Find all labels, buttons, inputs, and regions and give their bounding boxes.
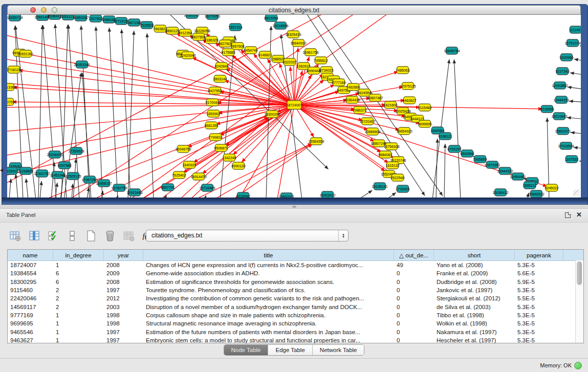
graph-node[interactable]: 10679351	[484, 161, 500, 168]
select-rows-icon[interactable]	[46, 229, 60, 243]
network-graph-svg[interactable]: 1405572420691406893641220531211106532871…	[7, 15, 581, 198]
graph-node[interactable]: 20691406	[34, 15, 50, 20]
graph-node[interactable]: 7663822	[153, 25, 167, 32]
black-edge[interactable]	[81, 26, 90, 198]
graph-node[interactable]: 19654923	[396, 127, 412, 135]
graph-node[interactable]: 26053346	[74, 61, 90, 68]
graph-node[interactable]: 2803144	[213, 75, 227, 82]
graph-node[interactable]: 12444151	[553, 96, 569, 103]
graph-node[interactable]: 9506871	[214, 144, 228, 151]
tab-network-table[interactable]: Network Table	[313, 345, 364, 355]
graph-node[interactable]: 11156869	[18, 167, 33, 174]
graph-node[interactable]: 3915913	[7, 167, 18, 174]
graph-node[interactable]: 7905859	[473, 156, 487, 163]
black-edge[interactable]	[574, 59, 581, 61]
graph-node[interactable]: 7986372	[353, 106, 366, 114]
graph-node[interactable]: 1853902	[206, 110, 220, 117]
graph-node[interactable]: 8990448	[307, 67, 320, 74]
graph-node[interactable]: 7515526	[140, 21, 154, 29]
black-edge[interactable]	[580, 46, 581, 49]
black-edge[interactable]	[386, 192, 396, 198]
black-edge[interactable]	[51, 162, 54, 198]
graph-node[interactable]: 11451941	[50, 171, 66, 179]
black-edge[interactable]	[570, 73, 581, 75]
table-row[interactable]: 911546021997Tourette syndrome. Phenomeno…	[8, 286, 583, 294]
graph-node[interactable]: 12342757	[34, 170, 50, 177]
graph-node[interactable]: 22420046	[180, 52, 195, 59]
graph-node[interactable]: 6793197	[447, 145, 461, 152]
red-edge[interactable]	[133, 117, 268, 198]
graph-node[interactable]: 16958107	[96, 180, 112, 187]
graph-node[interactable]: 12505135	[65, 172, 81, 180]
column-select-icon[interactable]	[27, 229, 41, 243]
graph-node[interactable]: 9338121	[438, 133, 452, 140]
graph-node[interactable]: 18640910	[290, 39, 306, 47]
tab-node-table[interactable]: Node Table	[224, 345, 269, 355]
graph-node[interactable]: 9500598	[460, 150, 474, 157]
graph-node[interactable]: 15136141	[372, 183, 387, 190]
graph-node[interactable]: 16961758	[302, 49, 318, 56]
red-edge[interactable]	[225, 144, 313, 198]
red-edge[interactable]	[7, 105, 294, 180]
graph-node[interactable]: 1342249	[222, 154, 236, 161]
graph-node[interactable]: 20531211	[60, 15, 76, 20]
column-header-2[interactable]: year	[104, 250, 143, 260]
graph-node[interactable]: 9684067	[378, 151, 392, 158]
black-edge[interactable]	[87, 187, 89, 198]
float-panel-icon[interactable]	[565, 212, 571, 218]
graph-node[interactable]: 1810755	[7, 98, 15, 105]
graph-node[interactable]: 7625402	[172, 171, 186, 179]
graph-node[interactable]: 1640931	[182, 161, 196, 168]
graph-node[interactable]: 9245022	[545, 184, 558, 191]
checkbox-stack-icon[interactable]	[65, 229, 79, 243]
graph-node[interactable]: 10807487	[367, 94, 383, 101]
black-edge[interactable]	[358, 190, 372, 198]
splitter-handle[interactable]	[292, 206, 296, 208]
graph-node[interactable]: 9699695	[418, 120, 431, 127]
table-vertical-scrollbar[interactable]	[575, 260, 583, 343]
graph-node[interactable]: 8936412	[48, 15, 61, 19]
graph-node[interactable]: 19218596	[272, 22, 288, 29]
column-header-4[interactable]: △ out_de...	[394, 250, 434, 260]
table-row[interactable]: 946554611997Estimation of the future num…	[8, 327, 583, 336]
black-edge[interactable]	[574, 147, 581, 149]
graph-node[interactable]: 1112437	[569, 26, 581, 33]
graph-node[interactable]: 9219042	[236, 192, 250, 198]
black-edge[interactable]	[128, 31, 134, 198]
graph-node[interactable]: 8215955	[540, 105, 554, 113]
graph-node[interactable]: 17957253	[81, 176, 97, 183]
black-edge[interactable]	[69, 25, 79, 198]
graph-node[interactable]: 19756928	[383, 143, 399, 150]
graph-node[interactable]: 10653287	[73, 15, 89, 21]
column-header-1[interactable]: in_degree	[53, 250, 104, 260]
red-edge[interactable]	[294, 105, 400, 130]
graph-node[interactable]: 1615132	[385, 162, 399, 169]
graph-node[interactable]: 16093412	[319, 191, 335, 198]
close-panel-icon[interactable]: ✕	[576, 211, 582, 219]
table-row[interactable]: 1456911722003Disruption of a novel membe…	[8, 302, 583, 311]
black-edge[interactable]	[569, 101, 581, 102]
column-header-0[interactable]: name	[8, 250, 53, 260]
red-edge[interactable]	[7, 105, 294, 107]
graph-node[interactable]: 9175685	[221, 49, 235, 56]
graph-node[interactable]: 20846512	[528, 190, 544, 198]
graph-node[interactable]: 9777169	[332, 79, 345, 86]
delete-table-icon[interactable]	[103, 229, 117, 243]
graph-node[interactable]: 12093852	[552, 82, 568, 89]
graph-node[interactable]: 10719155	[113, 17, 129, 25]
table-row[interactable]: 1938455462009Genome-wide association stu…	[8, 269, 583, 277]
graph-node[interactable]: 15584554	[308, 138, 324, 145]
graph-node[interactable]: 18724007	[286, 101, 302, 110]
graph-node[interactable]: 15692971	[555, 127, 571, 135]
graph-node[interactable]: 7857224	[228, 24, 242, 31]
graph-node[interactable]: 15716485	[199, 184, 215, 191]
black-edge[interactable]	[454, 59, 461, 198]
graph-node[interactable]: 9912354	[178, 29, 192, 36]
graph-node[interactable]: 16944322	[497, 167, 513, 174]
graph-node[interactable]: 9242844	[214, 62, 228, 70]
graph-node[interactable]: 8322037	[282, 58, 296, 65]
tab-edge-table[interactable]: Edge Table	[268, 345, 312, 355]
graph-node[interactable]: 7799810	[208, 134, 222, 141]
graph-node[interactable]: 9827503	[218, 40, 232, 47]
graph-node[interactable]: 20364436	[344, 96, 360, 103]
